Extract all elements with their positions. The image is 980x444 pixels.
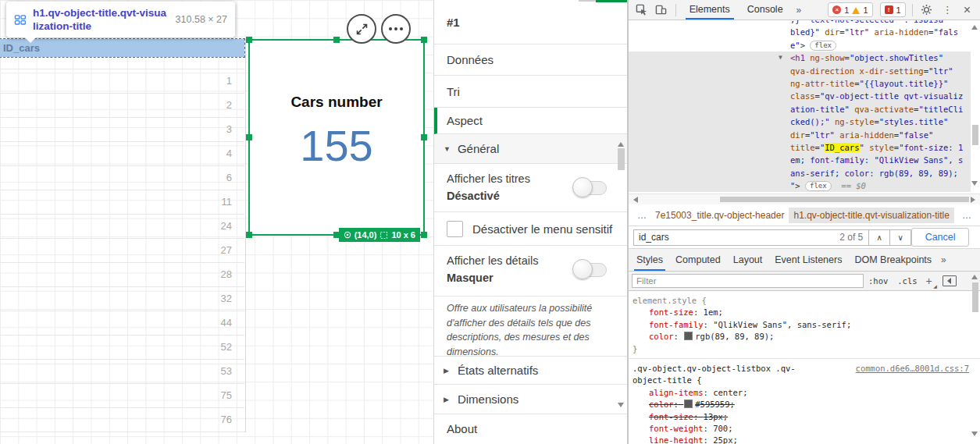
tab-console[interactable]: Console [740, 0, 790, 20]
listbox-value-row[interactable]: 3 [0, 118, 244, 142]
show-details-toggle[interactable] [574, 263, 607, 277]
scroll-thumb[interactable] [972, 282, 978, 312]
styles-scrollbar[interactable] [971, 270, 980, 444]
css-declaration[interactable]: font-weight: 700; [633, 423, 969, 435]
more-tabs-icon[interactable]: » [793, 5, 805, 16]
css-property-name[interactable]: align-items [649, 388, 704, 397]
selection-handle[interactable] [246, 37, 252, 43]
scroll-down-arrow[interactable] [618, 403, 624, 410]
devtools-code-line[interactable]: "> flex == $0 [629, 179, 971, 192]
devtools-code-line[interactable]: ▼<h1 ng-show="object.showTitles" [629, 52, 971, 64]
listbox-value-row[interactable]: 52 [0, 336, 244, 360]
fullscreen-button[interactable] [347, 14, 376, 44]
nav-item-donnees[interactable]: Données [434, 44, 627, 76]
tab-dom-breakpoints[interactable]: DOM Breakpoints [848, 250, 938, 271]
kebab-menu-icon[interactable]: ⋮ [938, 4, 957, 16]
breadcrumb-item[interactable]: 7e15003_title.qv-object-header [650, 208, 789, 223]
devtools-code-line[interactable]: em; font-family: "QlikView Sans", s [629, 154, 971, 166]
show-titles-toggle[interactable] [574, 181, 607, 195]
listbox-value-row[interactable]: 44 [0, 311, 244, 336]
sidebar-toggle-icon[interactable] [943, 275, 957, 286]
tab-layout[interactable]: Layout [727, 250, 769, 271]
nav-item-tri[interactable]: Tri [434, 76, 627, 108]
scroll-down-arrow[interactable] [971, 181, 978, 189]
breadcrumb-more-left[interactable]: … [633, 210, 650, 221]
css-declaration[interactable]: font-size: 13px; [633, 411, 969, 423]
properties-scrollbar[interactable] [617, 137, 625, 412]
listbox-value-row[interactable]: 2 [0, 94, 244, 118]
listbox-header-highlighted[interactable]: ID_cars [0, 39, 244, 57]
devtools-code-line[interactable]: cked();" ng-style="styles.title" [629, 115, 971, 128]
scroll-up-arrow[interactable] [971, 272, 978, 279]
tab-elements[interactable]: Elements [682, 0, 737, 20]
section-general[interactable]: ▼ Général [434, 134, 627, 164]
css-property-name[interactable]: font-family [649, 320, 704, 329]
find-previous-button[interactable]: ∧ [869, 229, 890, 246]
more-tabs-icon[interactable]: » [938, 254, 950, 265]
selection-handle[interactable] [421, 37, 427, 43]
devtools-code-line[interactable]: e"> flex [629, 39, 971, 52]
devtools-code-line[interactable]: ans-serif; color: rgb(89, 89, 89); [629, 167, 971, 179]
toggle-knob[interactable] [572, 259, 593, 279]
toggle-class-editor[interactable]: .cls [893, 276, 921, 286]
section-dimensions[interactable]: ▶ Dimensions [434, 385, 627, 414]
new-style-rule-button[interactable]: +◢ [922, 275, 936, 287]
scroll-down-arrow[interactable] [971, 432, 978, 439]
elements-horizontal-scrollbar[interactable] [629, 194, 980, 204]
css-declaration[interactable]: font-family: "QlikView Sans", sans-serif… [633, 319, 969, 331]
css-property-name[interactable]: font-size [649, 307, 693, 317]
close-devtools-icon[interactable]: × [959, 3, 975, 17]
devtools-code-line[interactable]: class="qv-object-title qvt-visualiz [629, 90, 971, 102]
devtools-code-line[interactable]: title="ID_cars" style="font-size: 1 [629, 141, 971, 154]
listbox-value-row[interactable]: 75 [0, 384, 244, 408]
listbox-value-row[interactable]: 24 [0, 215, 244, 239]
tab-styles[interactable]: Styles [630, 250, 669, 271]
css-declaration[interactable]: align-items: center; [633, 387, 969, 399]
listbox-value-row[interactable]: 76 [0, 408, 244, 432]
elements-vertical-scrollbar[interactable] [971, 20, 980, 194]
scroll-up-arrow[interactable] [618, 139, 624, 147]
more-options-button[interactable] [381, 14, 411, 44]
color-swatch[interactable] [684, 332, 693, 340]
kpi-object-selected[interactable]: Cars number 155 (14,0) 10 x 6 [248, 39, 425, 236]
listbox-value-row[interactable]: 1 [0, 69, 244, 94]
stylesheet-source-link[interactable]: common.d6e6…8001d.css:7 [856, 363, 969, 375]
devtools-code-line[interactable]: ng-attr-title="{{layout.title}}" [629, 77, 971, 90]
scroll-left-arrow[interactable] [630, 197, 638, 203]
listbox-value-row[interactable]: 53 [0, 360, 244, 384]
listbox-value-row[interactable]: 27 [0, 239, 244, 263]
selection-handle[interactable] [333, 37, 340, 43]
flex-badge[interactable]: flex [810, 41, 836, 51]
tab-event-listeners[interactable]: Event Listeners [768, 250, 848, 271]
selection-handle[interactable] [421, 232, 427, 238]
find-next-button[interactable]: ∨ [890, 229, 911, 246]
selection-handle[interactable] [246, 232, 252, 238]
css-declaration[interactable]: font-size: 1em; [633, 307, 969, 318]
devtools-code-line[interactable]: ation-title" qva-activate="titleCli [629, 103, 971, 115]
css-property-name[interactable]: font-size [649, 412, 693, 421]
devtools-code-line[interactable]: dir="ltr" aria-hidden="false" [629, 129, 971, 141]
css-property-name[interactable]: line-height [649, 435, 704, 444]
breadcrumb-item-selected[interactable]: h1.qv-object-title.qvt-visualization-tit… [789, 208, 953, 223]
listbox-object[interactable]: ID_cars 1234611242728324452537576 [0, 39, 246, 432]
console-status-badges[interactable]: × 1 1 [828, 2, 872, 17]
device-toolbar-icon[interactable] [653, 2, 669, 18]
toggle-knob[interactable] [572, 177, 593, 197]
cancel-button[interactable]: Cancel [911, 228, 969, 247]
css-declaration[interactable]: line-height: 25px; [633, 435, 969, 444]
listbox-value-row[interactable]: 28 [0, 263, 244, 287]
section-etats-alternatifs[interactable]: ▶ États alternatifs [434, 357, 627, 385]
css-selector[interactable]: element.style { [633, 295, 969, 307]
css-selector[interactable]: object-title { [633, 375, 969, 386]
scroll-thumb[interactable] [618, 148, 625, 170]
scroll-right-arrow[interactable] [971, 197, 978, 203]
listbox-value-row[interactable]: 11 [0, 190, 244, 215]
search-input[interactable] [634, 232, 839, 243]
scroll-thumb[interactable] [720, 197, 969, 202]
issues-badge[interactable]: ! 1 [880, 2, 906, 17]
expand-arrow-icon[interactable]: ▼ [779, 52, 782, 64]
settings-gear-icon[interactable] [918, 2, 936, 18]
sensitive-menu-checkbox[interactable] [447, 221, 463, 237]
nav-item-aspect-active[interactable]: Aspect [434, 108, 627, 134]
tab-computed[interactable]: Computed [669, 250, 727, 271]
